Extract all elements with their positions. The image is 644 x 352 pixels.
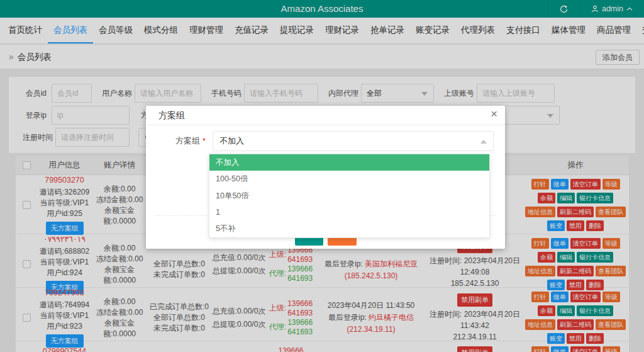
close-icon[interactable]: × xyxy=(491,107,497,121)
plan-group-select[interactable]: 不加入 xyxy=(213,131,494,151)
dropdown-option[interactable]: 不加入 xyxy=(209,154,489,171)
page: Amazon Associates admin 首页统计会员列表会员等级模式分组… xyxy=(0,0,644,352)
dropdown-option[interactable]: 1 xyxy=(209,204,489,220)
plan-group-modal: 方案组 × 方案组 * 不加入 不加入100-50倍10单50倍15不补 xyxy=(146,106,505,249)
dropdown-option[interactable]: 5不补 xyxy=(209,221,489,237)
field-label: 方案组 xyxy=(155,135,200,147)
plan-group-field: 方案组 * 不加入 xyxy=(146,131,494,151)
plan-group-dropdown: 不加入100-50倍10单50倍15不补 xyxy=(209,154,490,238)
dropdown-option[interactable]: 100-50倍 xyxy=(209,171,489,187)
required-mark: * xyxy=(203,137,208,145)
caret-up-icon xyxy=(480,140,487,144)
dropdown-option[interactable]: 10单50倍 xyxy=(209,188,489,204)
select-value: 不加入 xyxy=(219,135,244,147)
modal-title: 方案组 xyxy=(146,106,505,125)
